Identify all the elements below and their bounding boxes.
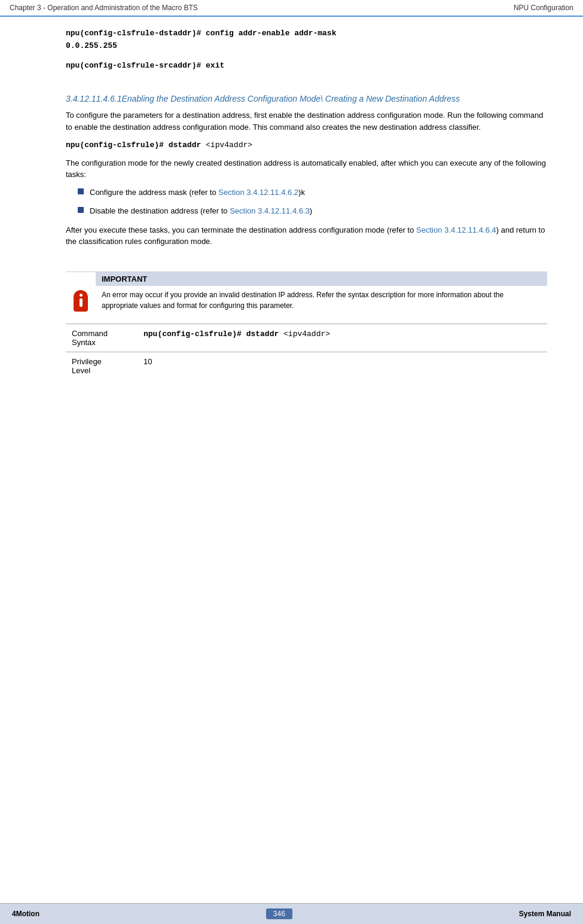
link-section-3[interactable]: Section 3.4.12.11.4.6.4	[416, 225, 496, 234]
header-section: NPU Configuration	[514, 4, 573, 12]
important-icon-col	[66, 272, 96, 312]
privilege-level-row: PrivilegeLevel 10	[66, 352, 547, 380]
command-syntax-label: CommandSyntax	[66, 324, 138, 352]
command-code: npu(config-clsfrule)# dstaddr	[66, 141, 201, 150]
important-header: IMPORTANT	[96, 272, 547, 286]
cmd-syntax-bold: npu(config-clsfrule)# dstaddr	[144, 330, 279, 339]
page-footer: 4Motion 346 System Manual	[0, 903, 583, 924]
important-content: IMPORTANT An error may occur if you prov…	[96, 272, 547, 312]
important-icon	[74, 290, 88, 312]
code-block-3: npu(config-clsfrule-srcaddr)# exit	[66, 61, 547, 70]
footer-page-number: 346	[266, 908, 292, 919]
privilege-level-value: 10	[138, 352, 547, 380]
bullet-item-2: Disable the destination address (refer t…	[78, 205, 547, 217]
after-bullets-text: After you execute these tasks, you can t…	[66, 224, 547, 248]
bullet-item-1: Configure the address mask (refer to Sec…	[78, 187, 547, 199]
link-section-2[interactable]: Section 3.4.12.11.4.6.3	[230, 206, 310, 215]
after-command-text: The configuration mode for the newly cre…	[66, 157, 547, 181]
bullet-icon-1	[78, 188, 84, 194]
code-block-1: npu(config-clsfrule-dstaddr)# config add…	[66, 29, 547, 38]
footer-right: System Manual	[519, 910, 571, 918]
bullet-list: Configure the address mask (refer to Sec…	[78, 187, 547, 217]
footer-left: 4Motion	[12, 910, 39, 918]
page-header: Chapter 3 - Operation and Administration…	[0, 0, 583, 17]
section-heading: 3.4.12.11.4.6.1Enabling the Destination …	[66, 94, 547, 103]
bullet-icon-2	[78, 207, 84, 213]
intro-paragraph: To configure the parameters for a destin…	[66, 109, 547, 133]
command-args: <ipv4addr>	[201, 141, 252, 150]
privilege-level-label: PrivilegeLevel	[66, 352, 138, 380]
important-text: An error may occur if you provide an inv…	[96, 289, 547, 311]
command-syntax-row: CommandSyntax npu(config-clsfrule)# dsta…	[66, 324, 547, 352]
header-chapter: Chapter 3 - Operation and Administration…	[10, 4, 198, 12]
cmd-syntax-rest: <ipv4addr>	[279, 330, 330, 339]
important-box: IMPORTANT An error may occur if you prov…	[66, 272, 547, 312]
command-syntax-table: CommandSyntax npu(config-clsfrule)# dsta…	[66, 324, 547, 380]
main-content: npu(config-clsfrule-dstaddr)# config add…	[0, 17, 583, 398]
code-block-2: 0.0.255.255	[66, 41, 547, 50]
command-syntax-value: npu(config-clsfrule)# dstaddr <ipv4addr>	[138, 324, 547, 352]
link-section-1[interactable]: Section 3.4.12.11.4.6.2	[218, 188, 298, 197]
command-line: npu(config-clsfrule)# dstaddr <ipv4addr>	[66, 139, 547, 151]
